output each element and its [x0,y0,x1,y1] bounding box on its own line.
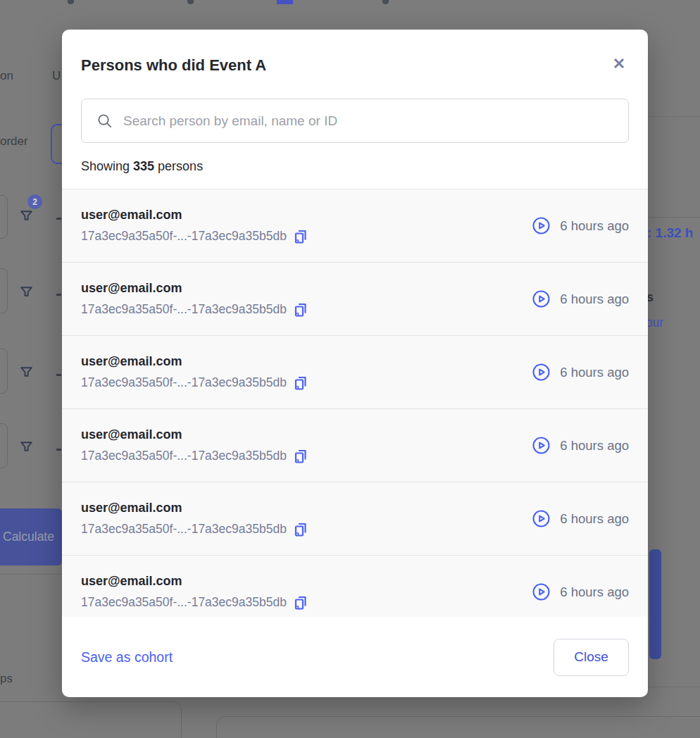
text-fragment [68,0,74,4]
play-recording-icon[interactable] [532,363,551,382]
person-email[interactable]: user@email.com [81,208,308,223]
modal-title: Persons who did Event A [81,56,266,75]
text-fragment [56,218,61,220]
person-id: 17a3ec9a35a50f-...-17a3ec9a35b5db [81,302,287,317]
play-recording-icon[interactable] [532,509,551,528]
search-input[interactable] [123,113,628,129]
last-seen-time: 6 hours ago [560,584,629,600]
copy-icon[interactable] [294,449,308,464]
save-as-cohort-link[interactable]: Save as cohort [81,649,173,665]
last-seen-time: 6 hours ago [560,292,629,307]
panel-edge [648,116,700,117]
person-meta: 6 hours ago [532,289,629,308]
last-seen-time: 6 hours ago [560,218,629,234]
text-fragment [382,0,389,4]
text-fragment: ps [0,672,13,686]
person-meta: 6 hours ago [532,436,629,455]
showing-count-text: Showing335persons [81,159,203,174]
person-meta: 6 hours ago [532,582,629,601]
panel-fragment [0,701,182,738]
person-list: user@email.com 17a3ec9a35a50f-...-17a3ec… [62,189,648,617]
person-email[interactable]: user@email.com [81,427,308,442]
person-info: user@email.com 17a3ec9a35a50f-...-17a3ec… [81,427,308,464]
input-box-fragment [0,195,8,239]
play-recording-icon[interactable] [532,582,551,601]
order-label-fragment: order [0,135,28,149]
person-id-line: 17a3ec9a35a50f-...-17a3ec9a35b5db [81,229,308,244]
link-fragment-bar [277,0,293,4]
person-row[interactable]: user@email.com 17a3ec9a35a50f-...-17a3ec… [62,336,648,409]
text-fragment [187,0,194,4]
panel-edge [648,217,700,218]
close-button[interactable]: Close [554,639,629,676]
copy-icon[interactable] [294,229,308,244]
person-id: 17a3ec9a35a50f-...-17a3ec9a35b5db [81,229,287,244]
input-box-fragment [0,268,8,313]
person-count: 335 [133,159,154,173]
last-seen-time: 6 hours ago [560,438,629,454]
person-email[interactable]: user@email.com [81,574,308,589]
person-info: user@email.com 17a3ec9a35a50f-...-17a3ec… [81,208,308,244]
person-id: 17a3ec9a35a50f-...-17a3ec9a35b5db [81,522,287,537]
play-recording-icon[interactable] [532,436,551,455]
play-recording-icon[interactable] [532,289,551,308]
person-email[interactable]: user@email.com [81,501,308,515]
filter-funnel-icon [19,284,34,299]
person-meta: 6 hours ago [532,363,629,382]
person-row[interactable]: user@email.com 17a3ec9a35a50f-...-17a3ec… [62,189,648,263]
filter-count-badge: 2 [27,194,42,209]
panel-edge [0,574,62,575]
person-info: user@email.com 17a3ec9a35a50f-...-17a3ec… [81,574,308,611]
last-seen-time: 6 hours ago [560,365,629,380]
search-box [81,99,629,143]
copy-icon[interactable] [294,375,308,391]
text-fragment [56,374,61,376]
calculate-button-fragment: Calculate [0,508,62,565]
input-box-fragment [0,349,8,394]
search-icon [96,113,113,129]
person-id-line: 17a3ec9a35a50f-...-17a3ec9a35b5db [81,449,308,464]
person-row[interactable]: user@email.com 17a3ec9a35a50f-...-17a3ec… [62,263,648,336]
person-id-line: 17a3ec9a35a50f-...-17a3ec9a35b5db [81,302,308,318]
panel-fragment [216,716,700,738]
text-fragment [56,449,61,451]
summary-suffix: persons [158,159,203,173]
tab-fragment: on [0,69,13,83]
copy-icon[interactable] [294,522,308,537]
modal-footer: Save as cohort Close [62,617,648,697]
filter-funnel-icon [19,439,34,454]
person-id-line: 17a3ec9a35a50f-...-17a3ec9a35b5db [81,375,308,391]
person-info: user@email.com 17a3ec9a35a50f-...-17a3ec… [81,281,308,318]
close-icon[interactable]: ✕ [608,54,630,75]
person-email[interactable]: user@email.com [81,354,308,369]
calculate-button-label: Calculate [3,530,54,544]
filter-funnel-icon [19,365,34,380]
funnel-bar-fragment [649,549,661,659]
panel-edge [648,687,700,687]
person-id: 17a3ec9a35a50f-...-17a3ec9a35b5db [81,375,287,390]
person-row[interactable]: user@email.com 17a3ec9a35a50f-...-17a3ec… [62,482,648,556]
summary-prefix: Showing [81,159,130,173]
person-info: user@email.com 17a3ec9a35a50f-...-17a3ec… [81,501,308,537]
text-fragment [56,294,61,296]
person-id: 17a3ec9a35a50f-...-17a3ec9a35b5db [81,449,287,463]
copy-icon[interactable] [294,302,308,318]
person-row[interactable]: user@email.com 17a3ec9a35a50f-...-17a3ec… [62,556,648,617]
metric-value-fragment: : 1.32 h [647,225,693,241]
person-id: 17a3ec9a35a50f-...-17a3ec9a35b5db [81,595,287,610]
tab-fragment: U [52,69,61,83]
link-fragment: our [646,315,663,330]
filter-funnel-icon [19,208,34,223]
person-id-line: 17a3ec9a35a50f-...-17a3ec9a35b5db [81,595,308,611]
person-meta: 6 hours ago [532,216,629,235]
person-id-line: 17a3ec9a35a50f-...-17a3ec9a35b5db [81,522,308,537]
last-seen-time: 6 hours ago [560,511,629,527]
input-box-fragment [0,423,8,468]
person-email[interactable]: user@email.com [81,281,308,296]
person-meta: 6 hours ago [532,509,629,528]
person-info: user@email.com 17a3ec9a35a50f-...-17a3ec… [81,354,308,391]
person-row[interactable]: user@email.com 17a3ec9a35a50f-...-17a3ec… [62,409,648,482]
copy-icon[interactable] [294,595,308,611]
play-recording-icon[interactable] [532,216,551,235]
persons-modal: Persons who did Event A ✕ Showing335pers… [62,30,648,697]
